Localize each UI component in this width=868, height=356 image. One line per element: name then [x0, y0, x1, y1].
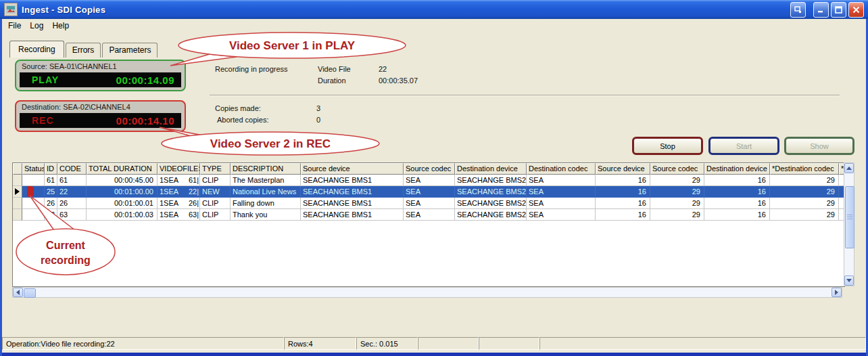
- column-header[interactable]: Destination device: [704, 163, 770, 175]
- menu-file[interactable]: File: [5, 20, 27, 32]
- cell-destination_codec2: 29: [770, 175, 839, 186]
- destination-timecode: 00:00:14.10: [116, 115, 174, 127]
- column-header[interactable]: Source codec: [404, 163, 455, 175]
- svg-text:Video Server 2 in REC: Video Server 2 in REC: [210, 137, 331, 150]
- cell-source_device2: 16: [596, 175, 650, 186]
- source-timecode: 00:00:14.09: [116, 74, 174, 86]
- cell-source_device: SEACHANGE BMS1: [301, 175, 404, 186]
- start-button[interactable]: Start: [708, 137, 779, 155]
- statusbar: Operation:Video file recording:22 Rows:4…: [2, 336, 866, 351]
- minimize-button[interactable]: [813, 2, 829, 18]
- tab-parameters[interactable]: Parameters: [102, 43, 158, 58]
- scroll-right-button[interactable]: [831, 288, 842, 297]
- cell-videofiles: 1SEA22|: [158, 186, 200, 198]
- system-tray-button[interactable]: [790, 2, 806, 18]
- cell-code: 22: [57, 186, 87, 198]
- column-header[interactable]: VIDEOFILES: [158, 163, 200, 175]
- cell-videofiles: 1SEA61|: [158, 175, 200, 186]
- scroll-up-button[interactable]: [844, 163, 854, 173]
- column-header[interactable]: DESCRIPTION: [231, 163, 301, 175]
- arrow-up-icon: [846, 166, 852, 170]
- videofiles-count: 22|: [189, 187, 199, 197]
- aborted-copies-value: 0: [316, 116, 320, 124]
- source-state: PLAY: [32, 74, 59, 85]
- cell-type: CLIP: [200, 175, 231, 186]
- app-window: Ingest - SDI Copies File Log Help Record…: [0, 0, 868, 356]
- arrow-left-icon: [16, 290, 20, 295]
- column-header[interactable]: Source device: [301, 163, 404, 175]
- stop-button[interactable]: Stop: [632, 137, 703, 155]
- cell-type: CLIP: [200, 198, 231, 209]
- column-header[interactable]: CODE: [57, 163, 87, 175]
- column-header[interactable]: Status: [22, 163, 45, 175]
- cell-source_device: SEACHANGE BMS1: [301, 186, 404, 198]
- cell-videofiles: 1SEA63|: [158, 209, 200, 221]
- duration-label: Duration: [318, 76, 346, 85]
- maximize-button[interactable]: [831, 2, 846, 18]
- cell-status: [22, 209, 45, 221]
- table-row[interactable]: 252200:01:00.001SEA22|NEWNational Live N…: [13, 186, 844, 198]
- vertical-scroll-thumb[interactable]: [845, 186, 854, 248]
- row-selector-cell: [13, 175, 22, 186]
- cell-description: Thank you: [231, 209, 301, 221]
- videofiles-label: 1SEA: [160, 210, 178, 220]
- cell-description: The Masterplan: [231, 175, 301, 186]
- show-button[interactable]: Show: [784, 137, 854, 155]
- cell-source_codec2: 29: [650, 198, 704, 209]
- cell-status: [22, 198, 45, 209]
- window-title: Ingest - SDI Copies: [22, 5, 105, 15]
- horizontal-scroll-thumb[interactable]: [24, 288, 36, 298]
- row-selector-cell: [13, 209, 22, 221]
- vertical-scrollbar[interactable]: [844, 162, 854, 286]
- cell-source_device: SEACHANGE BMS1: [301, 198, 404, 209]
- column-header[interactable]: TOTAL DURATION: [87, 163, 158, 175]
- table-row[interactable]: 636300:01:00.031SEA63|CLIPThank youSEACH…: [13, 209, 844, 221]
- tab-recording[interactable]: Recording: [9, 41, 64, 58]
- statusbar-rows: Rows:4: [284, 337, 356, 350]
- column-header[interactable]: Source device: [596, 163, 650, 175]
- table-row[interactable]: 616100:00:45.001SEA61|CLIPThe Masterplan…: [13, 175, 844, 186]
- table-row[interactable]: 262600:01:00.011SEA26|CLIPFalling downSE…: [13, 198, 844, 209]
- cell-id: 61: [45, 175, 57, 186]
- tab-errors[interactable]: Errors: [66, 43, 101, 58]
- cell-destination_device: SEACHANGE BMS2: [455, 175, 527, 186]
- cell-code: 26: [57, 198, 87, 209]
- table-body: 616100:00:45.001SEA61|CLIPThe Masterplan…: [13, 175, 844, 221]
- videofiles-label: 1SEA: [160, 187, 178, 197]
- cell-destination_device2: 16: [704, 175, 770, 186]
- cell-source_codec2: 29: [650, 186, 704, 198]
- cell-type: NEW: [200, 186, 231, 198]
- cell-total_duration: 00:01:00.00: [87, 186, 158, 198]
- videofiles-label: 1SEA: [160, 176, 178, 185]
- menu-log[interactable]: Log: [27, 20, 49, 32]
- destination-lcd-display: REC 00:00:14.10: [20, 113, 181, 128]
- column-header[interactable]: Source codec: [650, 163, 704, 175]
- cell-id: 25: [45, 186, 57, 198]
- scroll-left-button[interactable]: [13, 288, 23, 297]
- duration-value: 00:00:35.07: [379, 76, 418, 85]
- info-divider: [210, 95, 840, 96]
- statusbar-sec: Sec.: 0.015: [356, 337, 418, 350]
- statusbar-operation: Operation:Video file recording:22: [2, 337, 284, 350]
- column-header[interactable]: *Destination codec: [770, 163, 839, 175]
- cell-id: 63: [45, 209, 57, 221]
- menubar: File Log Help: [2, 19, 866, 32]
- column-header[interactable]: ID: [45, 163, 57, 175]
- scroll-down-button[interactable]: [844, 275, 854, 286]
- horizontal-scrollbar[interactable]: [12, 287, 842, 298]
- videofiles-label: 1SEA: [160, 199, 178, 208]
- cell-destination_codec: SEA: [527, 175, 596, 186]
- close-button[interactable]: [848, 2, 864, 18]
- video-file-label: Video File: [318, 65, 351, 73]
- app-icon: [4, 3, 18, 16]
- column-header[interactable]: Destination codec: [527, 163, 596, 175]
- column-header[interactable]: Destination device: [455, 163, 527, 175]
- cell-destination_device: SEACHANGE BMS2: [455, 209, 527, 221]
- column-header[interactable]: [13, 163, 22, 175]
- statusbar-empty-3: [539, 337, 866, 350]
- column-header[interactable]: TYPE: [200, 163, 231, 175]
- statusbar-empty-1: [418, 337, 479, 350]
- recording-indicator-icon: [27, 186, 34, 198]
- menu-help[interactable]: Help: [49, 20, 75, 32]
- cell-destination_device: SEACHANGE BMS2: [455, 198, 527, 209]
